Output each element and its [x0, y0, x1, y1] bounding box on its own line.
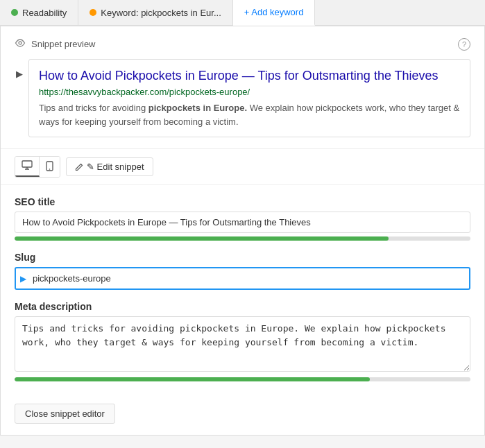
snippet-arrow-icon: ▶	[16, 69, 23, 79]
meta-description-progress-fill	[15, 377, 370, 381]
meta-description-group: Meta description Tips and tricks for avo…	[15, 301, 470, 381]
meta-description-progress-bar	[15, 377, 470, 381]
meta-description-textarea[interactable]: Tips and tricks for avoiding pickpockets…	[15, 316, 470, 372]
snippet-url: https://thesavvybackpacker.com/pickpocke…	[39, 87, 460, 97]
slug-wrapper: ▶	[15, 267, 470, 290]
meta-description-label: Meta description	[15, 301, 470, 312]
desktop-view-button[interactable]	[15, 157, 40, 177]
snippet-section-header: Snippet preview ?	[15, 37, 470, 51]
seo-title-input[interactable]	[15, 212, 470, 233]
svg-point-0	[19, 42, 22, 44]
tab-readability-label: Readability	[22, 8, 67, 18]
seo-title-label: SEO title	[15, 196, 470, 207]
tab-readability[interactable]: Readability	[0, 0, 78, 25]
seo-title-progress-fill	[15, 236, 389, 241]
snippet-preview-container: ▶ How to Avoid Pickpockets in Europe — T…	[15, 59, 470, 137]
form-section: SEO title Slug ▶ Meta description Tips a…	[1, 185, 484, 404]
main-panel: Snippet preview ? ▶ How to Avoid Pickpoc…	[0, 26, 485, 436]
close-snippet-editor-label: Close snippet editor	[25, 408, 105, 419]
device-icons-group	[15, 156, 60, 178]
tab-keyword-label: Keyword: pickpockets in Eur...	[101, 8, 221, 18]
slug-input[interactable]	[15, 267, 470, 290]
slug-label: Slug	[15, 252, 470, 263]
slug-arrow-icon: ▶	[20, 274, 26, 284]
edit-snippet-label: ✎ Edit snippet	[87, 162, 144, 172]
mobile-view-button[interactable]	[40, 157, 60, 177]
help-icon[interactable]: ?	[458, 38, 470, 51]
svg-rect-1	[22, 161, 32, 167]
snippet-preview-box: How to Avoid Pickpockets in Europe — Tip…	[28, 59, 470, 137]
close-snippet-editor-button[interactable]: Close snippet editor	[15, 404, 115, 424]
tab-keyword-dot	[90, 9, 96, 16]
svg-point-5	[49, 169, 51, 170]
section-title: Snippet preview	[15, 37, 96, 51]
tab-bar: Readability Keyword: pickpockets in Eur.…	[0, 0, 485, 26]
tab-readability-dot	[11, 9, 18, 16]
seo-title-group: SEO title	[15, 196, 470, 241]
seo-title-progress-bar	[15, 236, 470, 241]
edit-snippet-button[interactable]: ✎ Edit snippet	[66, 157, 153, 176]
snippet-description: Tips and tricks for avoiding pickpockets…	[39, 101, 460, 128]
snippet-title-link[interactable]: How to Avoid Pickpockets in Europe — Tip…	[39, 68, 460, 84]
toolbar-row: ✎ Edit snippet	[1, 149, 484, 185]
eye-icon	[15, 37, 26, 51]
snippet-section-title: Snippet preview	[31, 39, 96, 49]
tab-add-keyword-label: + Add keyword	[244, 7, 304, 17]
slug-group: Slug ▶	[15, 252, 470, 290]
snippet-section: Snippet preview ? ▶ How to Avoid Pickpoc…	[1, 26, 484, 149]
tab-keyword[interactable]: Keyword: pickpockets in Eur...	[78, 0, 232, 25]
tab-add-keyword[interactable]: + Add keyword	[233, 0, 316, 26]
